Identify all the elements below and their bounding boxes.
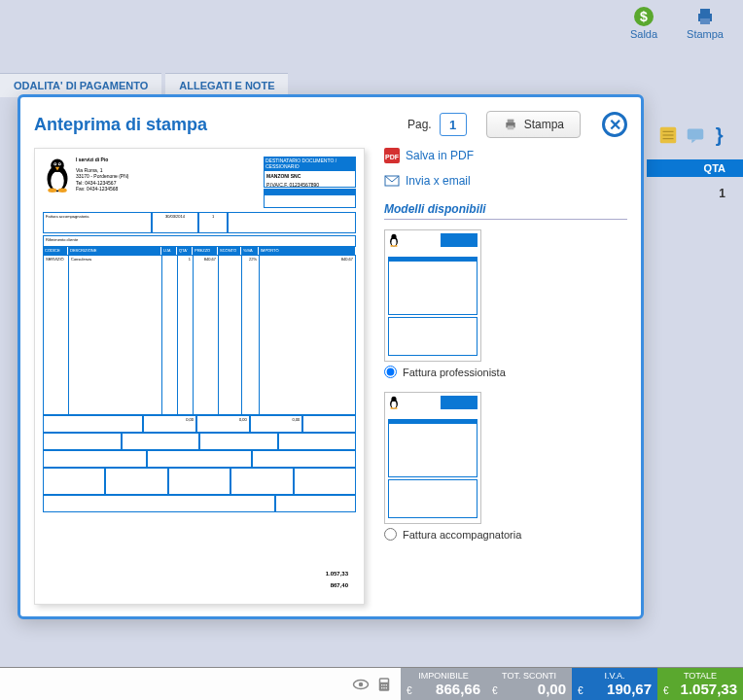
th-desc: DESCRIZIONE <box>68 247 161 255</box>
model2-label: Fattura accompagnatoria <box>403 529 521 541</box>
sconti-label: TOT. SCONTI <box>492 671 566 681</box>
svg-point-16 <box>51 171 64 191</box>
total-totale: TOTALE €1.057,33 <box>657 668 743 700</box>
calculator-icon[interactable] <box>375 676 393 693</box>
totale-label: TOTALE <box>663 671 737 681</box>
svg-point-37 <box>394 407 397 409</box>
model2-option[interactable]: Fattura accompagnatoria <box>384 528 627 541</box>
svg-point-20 <box>54 163 56 165</box>
doc-addr4: Fax: 0434-1234568 <box>76 186 128 192</box>
doc-total2: 867,40 <box>326 582 348 588</box>
svg-rect-41 <box>380 679 388 682</box>
printer-icon <box>503 117 518 132</box>
imponibile-label: IMPONIBILE <box>407 671 480 681</box>
th-sconto: SCONTO <box>218 247 241 255</box>
doc-addr2: 33170 - Pordenone (PN) <box>76 173 128 180</box>
svg-point-24 <box>58 189 67 193</box>
doc-f2: 0,00 <box>196 415 250 433</box>
model1-radio[interactable] <box>384 366 397 378</box>
imponibile-val: 866,66 <box>436 681 480 697</box>
svg-point-39 <box>359 682 364 686</box>
doc-rec-piva: P.IVA/C.F. 01234567890 <box>266 182 353 188</box>
td-qta: 1 <box>178 256 194 414</box>
bg-icons: } <box>657 124 733 146</box>
svg-point-45 <box>381 687 383 689</box>
notes-icon[interactable] <box>657 124 679 146</box>
invia-email-link[interactable]: Invia x email <box>384 173 627 189</box>
doc-total1: 1.057,33 <box>326 571 348 577</box>
model1-option[interactable]: Fattura professionista <box>384 366 627 378</box>
dollar-icon: $ <box>632 5 655 28</box>
grid-header-qta: QTA <box>704 162 725 174</box>
td-prezzo: 840,67 <box>194 256 219 414</box>
pdf-icon: PDF <box>384 148 400 163</box>
print-preview-modal: Anteprima di stampa Pag. Stampa ✕ <box>18 94 644 619</box>
svg-marker-10 <box>691 140 696 144</box>
th-importo: IMPORTO <box>259 247 356 255</box>
doc-rif: Riferimento cliente <box>43 235 356 247</box>
svg-text:PDF: PDF <box>385 154 400 160</box>
svg-text:}: } <box>716 124 724 146</box>
svg-point-32 <box>394 245 397 247</box>
printer-icon <box>693 5 717 28</box>
salda-label: Salda <box>630 28 657 40</box>
svg-point-34 <box>391 402 396 408</box>
td-code: SERVIZIO <box>44 256 69 414</box>
total-imponibile: IMPONIBILE €866,66 <box>401 668 486 700</box>
svg-point-35 <box>391 397 396 402</box>
svg-point-43 <box>383 684 385 686</box>
invia-email-label: Invia x email <box>406 174 471 188</box>
model2-radio[interactable] <box>384 528 397 541</box>
stampa-button[interactable]: Stampa <box>486 111 581 138</box>
doc-rec-head: DESTINATARIO DOCUMENTO / CESSIONARIO <box>264 157 356 170</box>
svg-point-47 <box>386 687 388 689</box>
modal-header-right: Pag. Stampa ✕ <box>407 111 627 138</box>
eye-icon[interactable] <box>352 676 370 693</box>
svg-point-30 <box>391 234 396 239</box>
svg-point-46 <box>383 687 385 689</box>
model2-thumb[interactable] <box>384 392 481 524</box>
td-iva: 22% <box>242 256 260 414</box>
close-icon: ✕ <box>609 116 621 134</box>
model1-thumb[interactable] <box>384 229 481 362</box>
penguin-logo <box>43 157 72 193</box>
top-toolbar: $ Salda Stampa <box>611 0 743 49</box>
salda-button[interactable]: $ Salda <box>630 5 657 44</box>
svg-point-21 <box>59 163 61 165</box>
total-sconti: TOT. SCONTI €0,00 <box>486 668 572 700</box>
models-title: Modelli disponibili <box>384 202 627 220</box>
svg-rect-9 <box>688 129 704 140</box>
stampa-top-label: Stampa <box>687 28 724 40</box>
svg-point-44 <box>386 684 388 686</box>
iva-label: I.V.A. <box>578 671 652 681</box>
close-button[interactable]: ✕ <box>602 112 627 137</box>
comment-icon[interactable] <box>685 124 706 146</box>
document-preview[interactable]: I servizi di Pio Via Roma, 1 33170 - Por… <box>34 148 365 605</box>
th-um: U.M. <box>161 247 177 255</box>
penguin-icon <box>388 233 400 247</box>
modal-title: Anteprima di stampa <box>34 115 207 135</box>
doc: I servizi di Pio Via Roma, 1 33170 - Por… <box>43 157 356 596</box>
salva-pdf-label: Salva in PDF <box>406 149 474 162</box>
svg-point-42 <box>381 684 383 686</box>
svg-rect-4 <box>700 18 710 24</box>
doc-data: 30/03/2014 <box>152 212 198 233</box>
bracket-icon[interactable]: } <box>712 124 733 146</box>
side-panel: PDF Salva in PDF Invia x email Modelli d… <box>384 148 627 605</box>
td-imp: 840,67 <box>260 256 355 414</box>
salva-pdf-link[interactable]: PDF Salva in PDF <box>384 148 627 163</box>
page-input[interactable] <box>440 113 467 136</box>
modal-header: Anteprima di stampa Pag. Stampa ✕ <box>34 111 627 138</box>
th-prezzo: PREZZO <box>193 247 218 255</box>
modal-body: I servizi di Pio Via Roma, 1 33170 - Por… <box>34 148 627 605</box>
stampa-top-button[interactable]: Stampa <box>687 5 724 44</box>
iva-val: 190,67 <box>607 681 652 697</box>
svg-point-29 <box>391 239 396 246</box>
th-codice: CODICE <box>43 247 68 255</box>
svg-point-36 <box>390 407 393 409</box>
totals-bar: IMPONIBILE €866,66 TOT. SCONTI €0,00 I.V… <box>0 667 743 700</box>
svg-text:$: $ <box>640 9 648 24</box>
doc-f3: 0,00 <box>250 415 303 433</box>
svg-rect-3 <box>700 9 710 14</box>
totals-icons <box>344 668 401 700</box>
